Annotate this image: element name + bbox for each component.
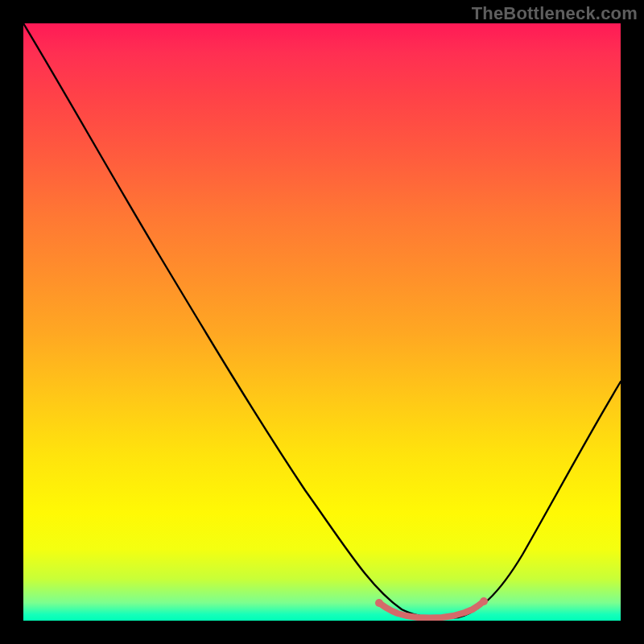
chart-plot xyxy=(23,23,621,621)
highlight-dot-right xyxy=(480,597,488,605)
chart-frame xyxy=(23,23,621,621)
highlight-dot-left xyxy=(375,599,383,607)
bottleneck-curve xyxy=(23,23,621,618)
brand-watermark: TheBottleneck.com xyxy=(472,3,638,24)
